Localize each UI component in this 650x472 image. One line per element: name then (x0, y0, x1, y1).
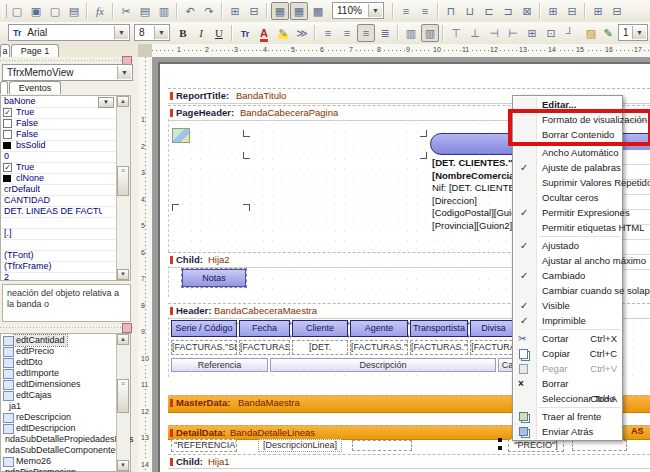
copy-icon[interactable] (136, 2, 154, 20)
menu-item-cortar[interactable]: Cortar Ctrl+X (513, 331, 622, 346)
ungroup-icon[interactable] (245, 2, 263, 20)
toolbar-grip[interactable] (2, 4, 7, 18)
redo-icon[interactable] (200, 2, 218, 20)
menu-item-ajustar-ancho-maximo[interactable]: Ajustar al ancho máximo (513, 253, 622, 268)
highlight-icon[interactable] (274, 24, 292, 42)
font-select[interactable]: Arial ▼ (8, 24, 130, 41)
scrollbar-thumb[interactable]: ≡ (117, 379, 129, 413)
italic-button[interactable]: I (192, 24, 210, 42)
align-left-edges-icon[interactable] (397, 2, 415, 20)
tree-item[interactable]: edtCantidad (1, 335, 117, 346)
position-icon[interactable] (608, 2, 626, 20)
chevron-down-icon[interactable]: ▼ (632, 26, 646, 39)
tree-item[interactable]: edtCajas (1, 390, 117, 401)
cut-icon[interactable] (117, 2, 135, 20)
tree-item[interactable]: ndaSubDetallePropiedadesFijas (1, 434, 117, 445)
border-all-icon[interactable] (523, 24, 541, 42)
align-top-text-icon[interactable] (402, 24, 420, 42)
same-height-icon[interactable] (563, 2, 581, 20)
align-to-grid-icon[interactable] (290, 2, 308, 20)
zoom-select[interactable]: 110% ▼ (332, 2, 384, 19)
panel-close-icon[interactable] (122, 323, 132, 333)
color-swatch-icon[interactable] (3, 175, 11, 182)
add-page-icon[interactable] (27, 2, 45, 20)
delete-page-icon[interactable] (46, 2, 64, 20)
tree-item[interactable]: edtImporte (1, 368, 117, 379)
tree-item[interactable]: edtDto (1, 357, 117, 368)
panel-grip[interactable] (0, 324, 134, 330)
menu-item-copiar[interactable]: Copiar Ctrl+C (513, 346, 622, 361)
tree-item[interactable]: ndaSubDetalleComponentes (1, 445, 117, 456)
undo-icon[interactable] (181, 2, 199, 20)
align-text-justify-button[interactable] (376, 24, 394, 42)
panel-grip[interactable] (0, 57, 134, 63)
menu-item-suprimir-valores[interactable]: Suprimir Valores Repetidos (513, 175, 622, 190)
same-width-icon[interactable] (544, 2, 562, 20)
checkbox-checked-icon[interactable] (3, 163, 12, 172)
chevron-down-icon[interactable]: ▼ (368, 4, 382, 17)
scroll-up-icon[interactable]: ▲ (117, 96, 129, 107)
chevron-down-icon[interactable]: ▼ (117, 66, 131, 79)
object-selector[interactable]: TfrxMemoView ▼ (2, 64, 133, 81)
scroll-down-icon[interactable]: ▼ (117, 269, 129, 280)
border-top-icon[interactable] (447, 24, 465, 42)
page-settings-icon[interactable] (65, 2, 83, 20)
tree-item[interactable]: ja1 (1, 401, 117, 412)
menu-item-imprimible[interactable]: Imprimible (513, 313, 622, 328)
snap-to-grid-icon[interactable] (309, 2, 327, 20)
align-right-edges-icon[interactable] (416, 2, 434, 20)
font-style-icon[interactable] (236, 24, 254, 42)
text-rotation-icon[interactable] (293, 24, 311, 42)
space-horizontally-icon[interactable] (499, 2, 517, 20)
align-text-left-button[interactable] (319, 24, 337, 42)
space-vertically-icon[interactable] (518, 2, 536, 20)
tree-item[interactable]: edtDescripcion (1, 423, 117, 434)
checkbox-unchecked-icon[interactable] (3, 119, 12, 128)
bold-button[interactable]: B (174, 24, 192, 42)
menu-item-traer-al-frente[interactable]: Traer al frente (513, 409, 622, 424)
menu-item-enviar-atras[interactable]: Enviar Atrás (513, 424, 622, 439)
tab-properties-partial[interactable] (0, 81, 8, 94)
line-color-icon[interactable] (599, 24, 617, 42)
checkbox-unchecked-icon[interactable] (3, 130, 12, 139)
size-icon[interactable] (589, 2, 607, 20)
menu-item-borrar[interactable]: Borrar (513, 376, 622, 391)
new-page-icon[interactable] (8, 2, 26, 20)
property-grid-scrollbar[interactable]: ▲ ▼ ≡ (116, 96, 130, 280)
align-middle-icon[interactable] (461, 2, 479, 20)
menu-item-pegar[interactable]: Pegar Ctrl+V (513, 361, 622, 376)
menu-item-ajustado[interactable]: Ajustado (513, 238, 622, 253)
scroll-down-icon[interactable]: ▼ (117, 460, 129, 471)
checkbox-checked-icon[interactable] (3, 108, 12, 117)
menu-item-ancho-automatico[interactable]: Ancho Automático (513, 145, 622, 160)
line-width-select[interactable]: 1 ▼ (618, 24, 648, 41)
scrollbar-thumb[interactable]: ≡ (117, 166, 129, 196)
menu-item-visible[interactable]: Visible (513, 298, 622, 313)
tree-scrollbar[interactable]: ▲ ▼ ≡ (116, 334, 130, 471)
menu-item-ocultar-ceros[interactable]: Ocultar ceros (513, 190, 622, 205)
tree-item[interactable]: edtPrecio (1, 346, 117, 357)
underline-button[interactable]: U (210, 24, 228, 42)
tree-item[interactable]: Memo26 (1, 456, 117, 467)
chevron-down-icon[interactable]: ▼ (154, 26, 168, 39)
tab-events[interactable]: Eventos (9, 81, 61, 94)
align-text-right-button[interactable] (357, 24, 375, 42)
menu-item-permitir-html[interactable]: Permitir etiquetas HTML (513, 220, 622, 235)
group-icon[interactable] (226, 2, 244, 20)
color-swatch-icon[interactable] (3, 142, 11, 149)
fill-color-icon[interactable] (582, 24, 600, 42)
scroll-up-icon[interactable]: ▲ (117, 334, 129, 345)
tree-item[interactable]: edtDimensiones (1, 379, 117, 390)
border-left-icon[interactable] (485, 24, 503, 42)
align-text-center-button[interactable] (338, 24, 356, 42)
menu-item-cambiado[interactable]: Cambiado (513, 268, 622, 283)
property-row[interactable]: 2 (1, 272, 116, 284)
align-bottom-icon[interactable] (480, 2, 498, 20)
chevron-down-icon[interactable]: ▼ (114, 26, 128, 39)
align-bottom-text-icon[interactable] (421, 24, 439, 42)
paste-icon[interactable] (155, 2, 173, 20)
menu-item-seleccionar-todo[interactable]: Seleccionar Todo Ctrl+A (513, 391, 622, 406)
border-corner-icon[interactable] (561, 24, 579, 42)
align-top-icon[interactable] (442, 2, 460, 20)
font-size-select[interactable]: 8 ▼ (134, 24, 170, 41)
